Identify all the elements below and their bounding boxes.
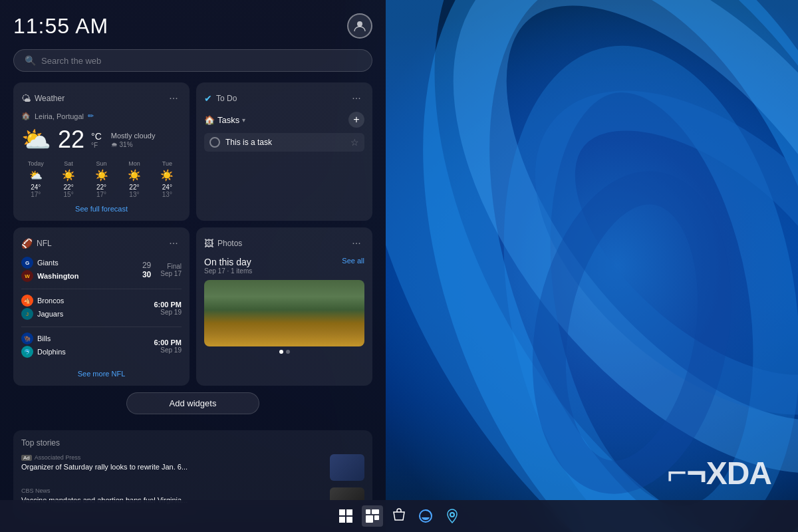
svg-rect-12: [366, 509, 370, 514]
photos-title: Photos: [217, 239, 242, 248]
story-2-source: CBS News: [21, 487, 51, 494]
svg-point-7: [357, 21, 362, 27]
dolphins-name: Dolphins: [37, 348, 66, 356]
forecast-sun: Sun ☀️ 22° 17°: [87, 160, 116, 198]
widget-panel: 11:55 AM 🔍 Search the web 🌤 Weather ··· …: [0, 0, 386, 532]
on-this-day-title: On this day: [204, 257, 252, 267]
todo-checkbox[interactable]: [209, 137, 220, 148]
forecast-today: Today ⛅ 24° 17°: [21, 160, 50, 198]
weather-title: Weather: [35, 94, 65, 103]
add-widgets-container: Add widgets: [13, 392, 372, 422]
svg-rect-8: [339, 509, 345, 515]
profile-button[interactable]: [347, 13, 372, 39]
edge-taskbar-button[interactable]: [415, 505, 436, 527]
panel-header: 11:55 AM: [13, 13, 372, 39]
weather-description: Mostly cloudy: [111, 132, 156, 140]
nfl-widget-header: 🏈 NFL ···: [21, 235, 182, 251]
weather-widget-header: 🌤 Weather ···: [21, 90, 182, 106]
search-bar[interactable]: 🔍 Search the web: [13, 49, 372, 72]
washington-name: Washington: [37, 272, 79, 280]
weather-precipitation: 🌧 31%: [111, 141, 156, 148]
time-display: 11:55 AM: [13, 14, 108, 39]
todo-widget-header: ✔ To Do ···: [204, 90, 364, 106]
todo-add-button[interactable]: +: [348, 112, 364, 128]
svg-rect-11: [346, 517, 352, 523]
todo-star-button[interactable]: ☆: [350, 137, 359, 148]
photos-icon: 🖼: [204, 238, 213, 249]
todo-item: This is a task ☆: [204, 133, 364, 152]
story-item-1[interactable]: Ad Associated Press Organizer of Saturda…: [21, 454, 364, 481]
bills-name: Bills: [37, 334, 51, 342]
photos-widget: 🖼 Photos ··· On this day Sep 17 · 1 item…: [196, 227, 372, 386]
svg-rect-13: [372, 509, 379, 514]
windows-start-button[interactable]: [335, 505, 356, 527]
on-this-day-subtitle: Sep 17 · 1 items: [204, 267, 252, 275]
giants-name: Giants: [37, 259, 59, 267]
nfl-more-button[interactable]: ···: [166, 235, 182, 251]
photo-dot-1: [279, 350, 283, 354]
todo-task-text: This is a task: [225, 138, 345, 147]
jaguars-name: Jaguars: [37, 310, 63, 318]
broncos-name: Broncos: [37, 297, 64, 305]
photos-more-button[interactable]: ···: [348, 235, 364, 251]
top-stories-title: Top stories: [21, 438, 364, 448]
todo-icon: ✔: [204, 93, 212, 104]
taskbar: [0, 500, 798, 532]
maps-taskbar-button[interactable]: [442, 505, 463, 527]
giants-logo: G: [21, 257, 33, 269]
svg-rect-9: [346, 509, 352, 515]
nfl-game-1: G Giants W Washington 29 30 Final: [21, 257, 182, 289]
forecast-sat: Sat ☀️ 22° 15°: [54, 160, 82, 198]
weather-more-button[interactable]: ···: [166, 90, 182, 106]
photo-landscape: [204, 280, 364, 346]
dolphins-logo: 🐬: [21, 346, 33, 358]
photo-dot-2: [286, 350, 290, 354]
story-1-source: Associated Press: [35, 454, 81, 461]
forecast-mon: Mon ☀️ 22° 13°: [120, 160, 148, 198]
nfl-game-3: 🦬 Bills 🐬 Dolphins 6:00 PM Sep 19: [21, 332, 182, 364]
story-1-headline: Organizer of Saturday rally looks to rew…: [21, 462, 325, 471]
widgets-grid: 🌤 Weather ··· 🏠 Leiria, Portugal ✏ ⛅ 22 …: [13, 82, 372, 386]
weather-main-icon: ⛅: [21, 126, 51, 154]
forecast-tue: Tue ☀️ 24° 13°: [153, 160, 182, 198]
nfl-game-2: 🐴 Broncos J Jaguars 6:00 PM Sep 19: [21, 295, 182, 327]
svg-rect-14: [366, 515, 373, 523]
widgets-taskbar-button[interactable]: [362, 505, 383, 527]
jaguars-logo: J: [21, 308, 33, 320]
todo-tasks-header: 🏠 Tasks ▾ +: [204, 112, 364, 128]
weather-main: ⛅ 22 °C °F Mostly cloudy 🌧 31%: [21, 126, 182, 154]
nfl-widget: 🏈 NFL ··· G Giants W Washington: [13, 227, 190, 386]
todo-more-button[interactable]: ···: [348, 90, 364, 106]
weather-widget: 🌤 Weather ··· 🏠 Leiria, Portugal ✏ ⛅ 22 …: [13, 82, 190, 221]
svg-point-17: [450, 513, 454, 517]
weather-forecast: Today ⛅ 24° 17° Sat ☀️ 22° 15° Sun ☀️ 22…: [21, 160, 182, 198]
broncos-logo: 🐴: [21, 295, 33, 307]
story-1-thumbnail: [330, 454, 364, 481]
photos-widget-header: 🖼 Photos ···: [204, 235, 364, 251]
photo-preview[interactable]: [204, 280, 364, 346]
search-icon: 🔍: [25, 55, 36, 66]
nfl-title: NFL: [37, 239, 52, 248]
see-full-forecast-button[interactable]: See full forecast: [21, 205, 182, 213]
add-widgets-button[interactable]: Add widgets: [126, 392, 259, 414]
photo-dots: [204, 350, 364, 354]
svg-rect-15: [374, 515, 379, 520]
see-more-nfl-button[interactable]: See more NFL: [21, 370, 182, 378]
weather-location: 🏠 Leiria, Portugal ✏: [21, 112, 182, 120]
game1-scores: 29 30: [142, 261, 151, 279]
store-taskbar-button[interactable]: [388, 505, 410, 527]
bills-logo: 🦬: [21, 332, 33, 344]
todo-widget: ✔ To Do ··· 🏠 Tasks ▾ + This is a task ☆: [196, 82, 372, 221]
xda-watermark: ⌐¬XDA: [667, 452, 771, 492]
ad-badge: Ad: [21, 455, 32, 461]
svg-rect-10: [339, 517, 345, 523]
todo-title: To Do: [216, 94, 237, 103]
add-widgets-label: Add widgets: [170, 398, 217, 408]
washington-logo: W: [21, 270, 33, 282]
nfl-icon: 🏈: [21, 238, 33, 249]
weather-icon: 🌤: [21, 93, 31, 104]
search-placeholder: Search the web: [41, 56, 101, 66]
photos-see-all-button[interactable]: See all: [342, 257, 364, 265]
